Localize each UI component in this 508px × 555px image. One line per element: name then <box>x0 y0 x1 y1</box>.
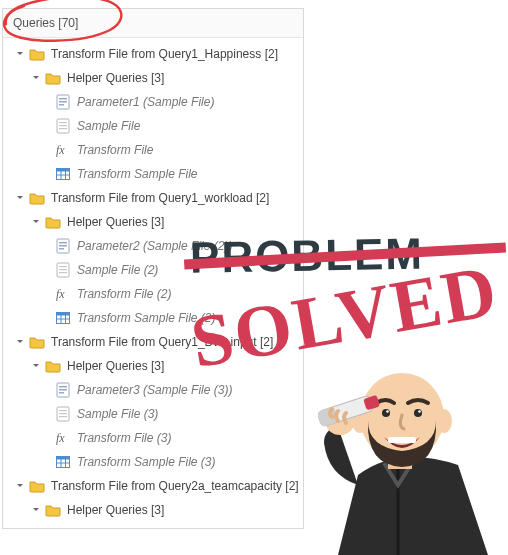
folder-row[interactable]: Transform File from Query1_Happiness [2] <box>3 42 303 66</box>
file-icon <box>55 262 71 278</box>
folder-icon <box>45 358 61 374</box>
function-item[interactable]: fxTransform File <box>3 138 303 162</box>
helper-folder-row[interactable]: Helper Queries [3] <box>3 354 303 378</box>
chevron-down-icon[interactable] <box>31 74 41 82</box>
svg-text:fx: fx <box>56 431 65 445</box>
chevron-down-icon[interactable] <box>15 50 25 58</box>
parameter-icon <box>55 238 71 254</box>
fx-icon: fx <box>55 286 71 302</box>
file-item[interactable]: Sample File (3) <box>3 402 303 426</box>
svg-rect-6 <box>59 125 67 126</box>
helper-folder-row[interactable]: Helper Queries [3] <box>3 210 303 234</box>
svg-rect-15 <box>59 242 67 244</box>
query-item-label: Parameter1 (Sample File) <box>77 95 214 109</box>
chevron-down-icon[interactable] <box>31 218 41 226</box>
parameter-item[interactable]: Parameter1 (Sample File) <box>3 90 303 114</box>
svg-rect-53 <box>317 406 339 427</box>
parameter-icon <box>55 382 71 398</box>
folder-label: Transform File from Query1_workload [2] <box>51 191 269 205</box>
avatar-illustration <box>288 325 508 555</box>
helper-folder-row[interactable]: Helper Queries [3] <box>3 498 303 522</box>
queries-panel-header: Queries [70] <box>3 9 303 38</box>
fx-icon: fx <box>55 142 71 158</box>
svg-point-47 <box>414 409 422 417</box>
svg-text:fx: fx <box>56 287 65 301</box>
svg-rect-24 <box>57 313 70 316</box>
chevron-down-icon[interactable] <box>15 194 25 202</box>
svg-point-48 <box>386 410 389 413</box>
svg-rect-42 <box>388 447 412 469</box>
file-item[interactable]: Sample File <box>3 114 303 138</box>
svg-rect-38 <box>57 457 70 460</box>
table-item[interactable]: Transform Sample File <box>3 162 303 186</box>
table-icon <box>55 310 71 326</box>
table-item[interactable]: Transform Sample File (3) <box>3 450 303 474</box>
svg-rect-5 <box>59 122 67 123</box>
folder-row[interactable]: Transform File from Query1_workload [2] <box>3 186 303 210</box>
chevron-down-icon[interactable] <box>15 338 25 346</box>
query-item-label: Sample File (2) <box>77 263 158 277</box>
folder-label: Transform File from Query1_Happiness [2] <box>51 47 278 61</box>
helper-folder-label: Helper Queries [3] <box>67 359 164 373</box>
folder-row[interactable]: Transform File from Query2a_teamcapacity… <box>3 474 303 498</box>
helper-folder-label: Helper Queries [3] <box>67 503 164 517</box>
query-item-label: Sample File <box>77 119 140 133</box>
svg-rect-50 <box>388 437 416 443</box>
query-item-label: Transform File (3) <box>77 431 171 445</box>
svg-rect-16 <box>59 245 67 247</box>
table-icon <box>55 454 71 470</box>
svg-rect-30 <box>59 389 67 391</box>
table-icon <box>55 166 71 182</box>
svg-rect-52 <box>317 395 375 428</box>
chevron-down-icon[interactable] <box>31 362 41 370</box>
svg-rect-35 <box>59 416 67 417</box>
helper-folder-row[interactable]: Helper Queries [3] <box>3 66 303 90</box>
file-icon <box>55 118 71 134</box>
folder-icon <box>45 214 61 230</box>
queries-header-label: Queries [70] <box>13 16 78 30</box>
helper-folder-label: Helper Queries [3] <box>67 71 164 85</box>
fx-icon: fx <box>55 430 71 446</box>
folder-icon <box>29 46 45 62</box>
svg-rect-3 <box>59 104 64 106</box>
svg-rect-19 <box>59 266 67 267</box>
query-item-label: Transform File (2) <box>77 287 171 301</box>
svg-point-43 <box>360 373 444 461</box>
query-item-label: Parameter2 (Sample File (2)) <box>77 239 232 253</box>
folder-row[interactable]: Transform File from Query1_BW_input [2] <box>3 330 303 354</box>
helper-folder-label: Helper Queries [3] <box>67 215 164 229</box>
chevron-down-icon[interactable] <box>31 506 41 514</box>
svg-rect-7 <box>59 128 67 129</box>
svg-rect-20 <box>59 269 67 270</box>
svg-rect-54 <box>363 395 380 411</box>
table-item[interactable]: Transform Sample File (2) <box>3 306 303 330</box>
svg-point-49 <box>418 410 421 413</box>
file-item[interactable]: Sample File (2) <box>3 258 303 282</box>
svg-point-51 <box>326 411 354 435</box>
function-item[interactable]: fxTransform File (3) <box>3 426 303 450</box>
svg-rect-31 <box>59 392 64 394</box>
svg-rect-29 <box>59 386 67 388</box>
folder-label: Transform File from Query2a_teamcapacity… <box>51 479 299 493</box>
parameter-icon <box>55 94 71 110</box>
folder-icon <box>29 190 45 206</box>
parameter-item[interactable]: Parameter2 (Sample File (2)) <box>3 234 303 258</box>
function-item[interactable]: fxTransform File (2) <box>3 282 303 306</box>
file-icon <box>55 406 71 422</box>
queries-tree: Transform File from Query1_Happiness [2]… <box>3 38 303 528</box>
folder-icon <box>29 478 45 494</box>
parameter-item[interactable]: Parameter3 (Sample File (3)) <box>3 378 303 402</box>
query-item-label: Sample File (3) <box>77 407 158 421</box>
svg-point-46 <box>382 409 390 417</box>
svg-rect-17 <box>59 248 64 250</box>
svg-rect-2 <box>59 101 67 103</box>
svg-rect-33 <box>59 410 67 411</box>
query-item-label: Transform File <box>77 143 153 157</box>
folder-label: Transform File from Query1_BW_input [2] <box>51 335 273 349</box>
chevron-down-icon[interactable] <box>15 482 25 490</box>
folder-icon <box>29 334 45 350</box>
svg-rect-21 <box>59 272 67 273</box>
svg-text:fx: fx <box>56 143 65 157</box>
svg-point-45 <box>436 409 452 433</box>
queries-panel: Queries [70] Transform File from Query1_… <box>2 8 304 529</box>
